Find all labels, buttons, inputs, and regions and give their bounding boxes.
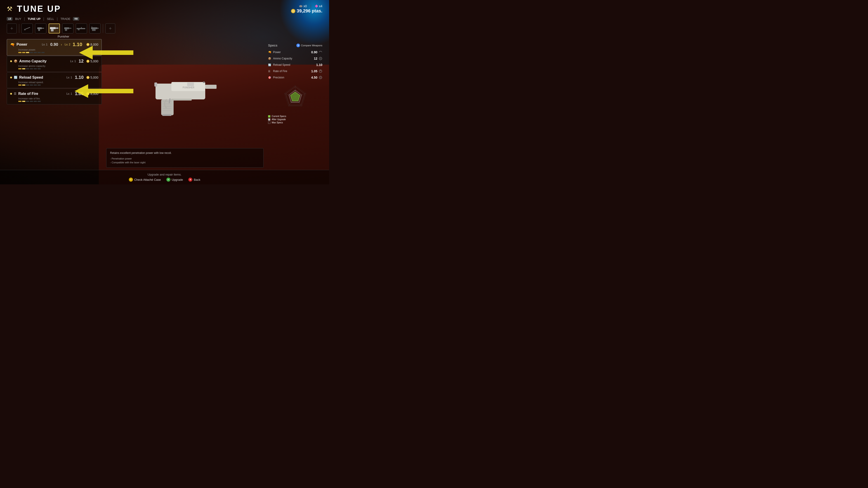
legend-max: Max Specs xyxy=(268,121,322,124)
legend-upgrade: After Upgrade xyxy=(268,118,322,121)
weapon-slot-add-right[interactable]: + xyxy=(105,24,115,33)
upgrade-reload-icon: 🔄 xyxy=(14,76,18,79)
bar-seg-6 xyxy=(37,52,41,53)
radar-chart xyxy=(282,84,309,110)
svg-rect-32 xyxy=(154,83,157,87)
upgrade-rof-name: Rate of Fire xyxy=(18,92,65,96)
svg-marker-20 xyxy=(74,84,133,98)
ammo-bar-6 xyxy=(37,68,41,69)
spec-row-power: 🔫 Power 0.90 xyxy=(268,50,322,55)
upgrade-ammo-icon: 📦 xyxy=(14,59,18,63)
svg-rect-16 xyxy=(97,28,99,29)
spec-reload-icon: 🔄 xyxy=(268,64,272,66)
spec-rof-value: 1.05 xyxy=(308,69,317,73)
btn-b-icon: B xyxy=(188,177,192,182)
spec-ammo-value: 12 xyxy=(308,57,317,60)
spec-precision-icon-right xyxy=(319,76,322,79)
header-currency: x0 | x4 39,296 ptas. xyxy=(291,4,322,13)
rof-bar-3 xyxy=(26,101,29,102)
reload-bar-1 xyxy=(18,85,22,86)
svg-rect-12 xyxy=(76,28,85,29)
bottom-hint: Upgrade and repair items. xyxy=(7,173,322,176)
gun-image: PUNISHER xyxy=(149,71,221,116)
gun-desc-main: Retains excellent penetration power with… xyxy=(110,151,260,155)
spec-row-ammo: 📦 Ammo Capacity 12 xyxy=(268,56,322,61)
tab-sell[interactable]: SELL xyxy=(44,17,57,21)
svg-point-37 xyxy=(319,57,322,60)
reload-cost-coin xyxy=(86,76,90,79)
tab-buy[interactable]: BUY xyxy=(12,17,24,21)
bottom-actions: Y Check Attaché Case A Upgrade B Back xyxy=(7,177,322,182)
svg-point-38 xyxy=(320,58,321,59)
reload-bar-4 xyxy=(30,85,33,86)
spec-rof-icon-right xyxy=(319,69,322,73)
upgrade-rof-level: Lv. 1 xyxy=(66,92,72,95)
weapon-slot-smg[interactable] xyxy=(89,24,101,33)
check-case-label: Check Attaché Case xyxy=(134,178,161,182)
ptas-amount: 39,296 ptas. xyxy=(291,8,322,13)
svg-rect-13 xyxy=(78,29,80,30)
legend-dot-green xyxy=(268,115,270,118)
chart-legend: Current Specs After Upgrade Max Specs xyxy=(268,115,322,124)
weapon-slot-punisher[interactable] xyxy=(49,24,60,33)
upgrade-power-value-current: 0.90 xyxy=(50,42,58,47)
action-back[interactable]: B Back xyxy=(188,177,200,182)
svg-marker-19 xyxy=(79,46,133,59)
x-button-icon: X xyxy=(296,43,300,47)
svg-rect-4 xyxy=(38,29,40,31)
upgrade-ammo-name: Ammo Capacity xyxy=(19,59,68,63)
spec-precision-name: Precision xyxy=(273,76,307,79)
weapon-slot-rifle[interactable] xyxy=(76,24,87,33)
weapon-slot-knife[interactable] xyxy=(22,24,33,33)
reload-bar-6 xyxy=(37,85,41,86)
legend-current: Current Specs xyxy=(268,115,322,118)
reload-bar-5 xyxy=(34,85,37,86)
feature-2: - Compatible with the laser sight xyxy=(110,161,260,165)
upgrade-reload-cost: 5,000 xyxy=(86,76,98,79)
rof-bar-2 xyxy=(22,101,25,102)
tab-tune-up[interactable]: TUNE UP xyxy=(25,17,43,21)
spec-power-name: Power xyxy=(273,51,307,54)
spec-row-rof: ☰ Rate of Fire 1.05 xyxy=(268,69,322,73)
svg-rect-10 xyxy=(69,28,71,29)
feature-1: - Penetration power xyxy=(110,157,260,161)
gray-gem-count: x0 xyxy=(304,4,307,8)
svg-rect-11 xyxy=(65,29,67,31)
weapon-slot-add-left[interactable]: + xyxy=(7,24,17,33)
compare-weapons-btn[interactable]: X Compare Weapons xyxy=(296,43,322,47)
legend-dot-white xyxy=(268,119,270,121)
spec-ammo-icon-right xyxy=(319,57,322,60)
specs-title: Specs xyxy=(268,43,277,47)
upgrade-rof-icon: ☰ xyxy=(14,92,17,95)
nav-button-lb[interactable]: LB xyxy=(7,17,12,21)
tune-up-icon: ⚒ xyxy=(7,5,12,13)
upgrade-reload-level: Lv. 1 xyxy=(66,76,72,79)
specs-header: Specs X Compare Weapons xyxy=(268,43,322,47)
upgrade-rof-bar xyxy=(18,101,98,102)
upgrade-power-icon: 🔫 xyxy=(10,42,15,47)
action-upgrade[interactable]: A Upgrade xyxy=(166,177,183,182)
legend-max-label: Max Specs xyxy=(272,121,283,124)
weapon-slot-pistol-small[interactable] xyxy=(35,24,46,33)
tab-trade[interactable]: TRADE xyxy=(58,17,73,21)
spec-rof-icon: ☰ xyxy=(268,70,272,73)
page-title: TUNE UP xyxy=(17,4,61,14)
yellow-arrow-1 xyxy=(79,46,133,60)
coin-icon xyxy=(291,9,296,13)
center-area: PUNISHER Retains excellent penetration p… xyxy=(106,39,264,170)
legend-dot-outline xyxy=(268,122,270,124)
weapon-slot-pistol-medium[interactable] xyxy=(62,24,73,33)
gun-display-area: PUNISHER xyxy=(106,39,264,148)
nav-button-rb[interactable]: RB xyxy=(73,17,79,21)
selected-weapon-name: Punisher xyxy=(0,35,329,39)
ammo-bar-1 xyxy=(18,68,22,69)
svg-rect-8 xyxy=(51,27,51,29)
back-label: Back xyxy=(194,178,200,182)
upgrade-reload-value: 1.10 xyxy=(75,75,84,80)
weapon-selector: + xyxy=(0,22,329,35)
gun-desc-features: - Penetration power - Compatible with th… xyxy=(110,157,260,165)
action-check-case[interactable]: Y Check Attaché Case xyxy=(129,177,161,182)
gray-gem-item: x0 xyxy=(299,4,307,8)
spec-rof-name: Rate of Fire xyxy=(273,70,307,73)
upgrade-reload-dot xyxy=(10,76,12,78)
